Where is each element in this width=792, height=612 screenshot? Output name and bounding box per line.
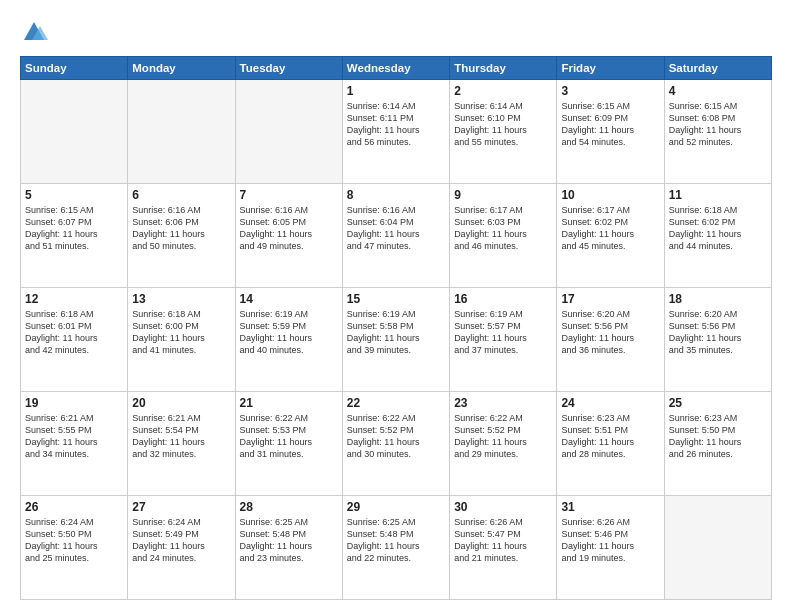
day-info: Sunrise: 6:25 AMSunset: 5:48 PMDaylight:… xyxy=(347,516,445,565)
logo xyxy=(20,18,52,46)
calendar-cell xyxy=(664,496,771,600)
day-info: Sunrise: 6:24 AMSunset: 5:50 PMDaylight:… xyxy=(25,516,123,565)
day-info: Sunrise: 6:23 AMSunset: 5:50 PMDaylight:… xyxy=(669,412,767,461)
day-info: Sunrise: 6:19 AMSunset: 5:58 PMDaylight:… xyxy=(347,308,445,357)
calendar-cell xyxy=(128,80,235,184)
calendar-cell: 6Sunrise: 6:16 AMSunset: 6:06 PMDaylight… xyxy=(128,184,235,288)
day-info: Sunrise: 6:20 AMSunset: 5:56 PMDaylight:… xyxy=(669,308,767,357)
day-number: 25 xyxy=(669,396,767,410)
calendar-table: SundayMondayTuesdayWednesdayThursdayFrid… xyxy=(20,56,772,600)
calendar-cell: 23Sunrise: 6:22 AMSunset: 5:52 PMDayligh… xyxy=(450,392,557,496)
day-number: 19 xyxy=(25,396,123,410)
calendar-cell: 28Sunrise: 6:25 AMSunset: 5:48 PMDayligh… xyxy=(235,496,342,600)
weekday-friday: Friday xyxy=(557,57,664,80)
week-row-3: 12Sunrise: 6:18 AMSunset: 6:01 PMDayligh… xyxy=(21,288,772,392)
day-number: 4 xyxy=(669,84,767,98)
weekday-monday: Monday xyxy=(128,57,235,80)
day-number: 3 xyxy=(561,84,659,98)
calendar-cell: 27Sunrise: 6:24 AMSunset: 5:49 PMDayligh… xyxy=(128,496,235,600)
day-number: 21 xyxy=(240,396,338,410)
calendar-cell: 3Sunrise: 6:15 AMSunset: 6:09 PMDaylight… xyxy=(557,80,664,184)
calendar-cell: 13Sunrise: 6:18 AMSunset: 6:00 PMDayligh… xyxy=(128,288,235,392)
calendar-cell: 10Sunrise: 6:17 AMSunset: 6:02 PMDayligh… xyxy=(557,184,664,288)
day-info: Sunrise: 6:22 AMSunset: 5:52 PMDaylight:… xyxy=(347,412,445,461)
day-number: 16 xyxy=(454,292,552,306)
day-info: Sunrise: 6:22 AMSunset: 5:53 PMDaylight:… xyxy=(240,412,338,461)
day-number: 5 xyxy=(25,188,123,202)
calendar-cell: 24Sunrise: 6:23 AMSunset: 5:51 PMDayligh… xyxy=(557,392,664,496)
day-info: Sunrise: 6:16 AMSunset: 6:06 PMDaylight:… xyxy=(132,204,230,253)
calendar-cell: 25Sunrise: 6:23 AMSunset: 5:50 PMDayligh… xyxy=(664,392,771,496)
day-number: 18 xyxy=(669,292,767,306)
calendar-cell: 5Sunrise: 6:15 AMSunset: 6:07 PMDaylight… xyxy=(21,184,128,288)
calendar-cell: 4Sunrise: 6:15 AMSunset: 6:08 PMDaylight… xyxy=(664,80,771,184)
header xyxy=(20,18,772,46)
calendar-cell: 29Sunrise: 6:25 AMSunset: 5:48 PMDayligh… xyxy=(342,496,449,600)
day-number: 23 xyxy=(454,396,552,410)
day-number: 6 xyxy=(132,188,230,202)
weekday-saturday: Saturday xyxy=(664,57,771,80)
weekday-header-row: SundayMondayTuesdayWednesdayThursdayFrid… xyxy=(21,57,772,80)
week-row-2: 5Sunrise: 6:15 AMSunset: 6:07 PMDaylight… xyxy=(21,184,772,288)
calendar-cell xyxy=(235,80,342,184)
weekday-sunday: Sunday xyxy=(21,57,128,80)
day-number: 30 xyxy=(454,500,552,514)
day-info: Sunrise: 6:19 AMSunset: 5:59 PMDaylight:… xyxy=(240,308,338,357)
day-number: 7 xyxy=(240,188,338,202)
calendar-cell: 31Sunrise: 6:26 AMSunset: 5:46 PMDayligh… xyxy=(557,496,664,600)
day-number: 28 xyxy=(240,500,338,514)
calendar-cell: 1Sunrise: 6:14 AMSunset: 6:11 PMDaylight… xyxy=(342,80,449,184)
day-number: 10 xyxy=(561,188,659,202)
day-number: 29 xyxy=(347,500,445,514)
day-number: 17 xyxy=(561,292,659,306)
day-number: 13 xyxy=(132,292,230,306)
day-info: Sunrise: 6:18 AMSunset: 6:00 PMDaylight:… xyxy=(132,308,230,357)
weekday-thursday: Thursday xyxy=(450,57,557,80)
day-info: Sunrise: 6:15 AMSunset: 6:07 PMDaylight:… xyxy=(25,204,123,253)
calendar-cell: 9Sunrise: 6:17 AMSunset: 6:03 PMDaylight… xyxy=(450,184,557,288)
calendar-cell xyxy=(21,80,128,184)
day-number: 14 xyxy=(240,292,338,306)
day-info: Sunrise: 6:16 AMSunset: 6:05 PMDaylight:… xyxy=(240,204,338,253)
logo-icon xyxy=(20,18,48,46)
calendar-cell: 21Sunrise: 6:22 AMSunset: 5:53 PMDayligh… xyxy=(235,392,342,496)
calendar-cell: 12Sunrise: 6:18 AMSunset: 6:01 PMDayligh… xyxy=(21,288,128,392)
calendar-cell: 7Sunrise: 6:16 AMSunset: 6:05 PMDaylight… xyxy=(235,184,342,288)
day-number: 15 xyxy=(347,292,445,306)
day-info: Sunrise: 6:23 AMSunset: 5:51 PMDaylight:… xyxy=(561,412,659,461)
day-info: Sunrise: 6:20 AMSunset: 5:56 PMDaylight:… xyxy=(561,308,659,357)
day-number: 26 xyxy=(25,500,123,514)
day-number: 31 xyxy=(561,500,659,514)
day-number: 12 xyxy=(25,292,123,306)
day-info: Sunrise: 6:22 AMSunset: 5:52 PMDaylight:… xyxy=(454,412,552,461)
week-row-1: 1Sunrise: 6:14 AMSunset: 6:11 PMDaylight… xyxy=(21,80,772,184)
page: SundayMondayTuesdayWednesdayThursdayFrid… xyxy=(0,0,792,612)
week-row-5: 26Sunrise: 6:24 AMSunset: 5:50 PMDayligh… xyxy=(21,496,772,600)
calendar-cell: 20Sunrise: 6:21 AMSunset: 5:54 PMDayligh… xyxy=(128,392,235,496)
week-row-4: 19Sunrise: 6:21 AMSunset: 5:55 PMDayligh… xyxy=(21,392,772,496)
day-info: Sunrise: 6:15 AMSunset: 6:09 PMDaylight:… xyxy=(561,100,659,149)
day-info: Sunrise: 6:26 AMSunset: 5:47 PMDaylight:… xyxy=(454,516,552,565)
day-number: 24 xyxy=(561,396,659,410)
calendar-cell: 16Sunrise: 6:19 AMSunset: 5:57 PMDayligh… xyxy=(450,288,557,392)
day-info: Sunrise: 6:18 AMSunset: 6:01 PMDaylight:… xyxy=(25,308,123,357)
day-number: 1 xyxy=(347,84,445,98)
weekday-tuesday: Tuesday xyxy=(235,57,342,80)
day-info: Sunrise: 6:19 AMSunset: 5:57 PMDaylight:… xyxy=(454,308,552,357)
day-info: Sunrise: 6:14 AMSunset: 6:11 PMDaylight:… xyxy=(347,100,445,149)
calendar-cell: 14Sunrise: 6:19 AMSunset: 5:59 PMDayligh… xyxy=(235,288,342,392)
day-info: Sunrise: 6:17 AMSunset: 6:02 PMDaylight:… xyxy=(561,204,659,253)
weekday-wednesday: Wednesday xyxy=(342,57,449,80)
day-number: 11 xyxy=(669,188,767,202)
calendar-cell: 26Sunrise: 6:24 AMSunset: 5:50 PMDayligh… xyxy=(21,496,128,600)
day-number: 22 xyxy=(347,396,445,410)
day-number: 2 xyxy=(454,84,552,98)
day-info: Sunrise: 6:14 AMSunset: 6:10 PMDaylight:… xyxy=(454,100,552,149)
calendar-cell: 15Sunrise: 6:19 AMSunset: 5:58 PMDayligh… xyxy=(342,288,449,392)
day-info: Sunrise: 6:21 AMSunset: 5:54 PMDaylight:… xyxy=(132,412,230,461)
day-info: Sunrise: 6:24 AMSunset: 5:49 PMDaylight:… xyxy=(132,516,230,565)
day-info: Sunrise: 6:18 AMSunset: 6:02 PMDaylight:… xyxy=(669,204,767,253)
day-info: Sunrise: 6:16 AMSunset: 6:04 PMDaylight:… xyxy=(347,204,445,253)
calendar-cell: 17Sunrise: 6:20 AMSunset: 5:56 PMDayligh… xyxy=(557,288,664,392)
calendar-cell: 8Sunrise: 6:16 AMSunset: 6:04 PMDaylight… xyxy=(342,184,449,288)
